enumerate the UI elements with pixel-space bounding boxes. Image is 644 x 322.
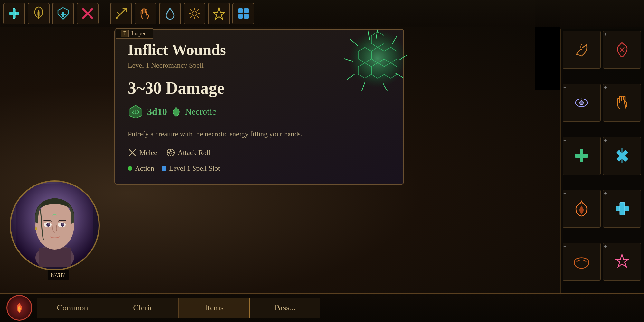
add-btn-6: +: [604, 138, 607, 144]
spell-tooltip-panel: Inflict Wounds Level 1 Necromancy Spell …: [114, 29, 404, 185]
add-btn-3: +: [564, 85, 566, 90]
svg-rect-25: [244, 14, 249, 19]
svg-rect-71: [575, 154, 588, 158]
spell-slot-dot: [162, 166, 166, 171]
character-portrait-area: 87/87: [10, 180, 106, 283]
necrotic-text: Necrotic: [185, 107, 216, 117]
svg-point-62: [48, 223, 50, 225]
spell-name: Inflict Wounds: [128, 41, 391, 59]
items-tab[interactable]: Items: [179, 298, 250, 318]
svg-point-61: [61, 223, 64, 227]
spell-cell-7[interactable]: +: [563, 190, 601, 228]
svg-point-60: [46, 223, 50, 227]
shield-toolbar-icon[interactable]: [52, 3, 74, 24]
add-btn-10: +: [604, 244, 607, 250]
svg-line-17: [190, 9, 192, 11]
svg-point-64: [35, 227, 37, 230]
roll-type-tag: Attack Roll: [166, 148, 211, 157]
spell-cell-1[interactable]: +: [563, 31, 601, 69]
spell-cell-4[interactable]: +: [603, 84, 641, 122]
svg-rect-1: [9, 12, 19, 15]
spell-description: Putrefy a creature with the necrotic ene…: [128, 128, 353, 139]
svg-line-20: [190, 16, 192, 18]
spell-slot-cost: Level 1 Spell Slot: [162, 164, 220, 173]
character-face: [16, 184, 93, 267]
burst-toolbar-icon[interactable]: [184, 3, 205, 24]
inspect-label-text: Inspect: [131, 30, 148, 37]
svg-line-36: [368, 30, 370, 40]
action-label: Action: [135, 164, 154, 173]
svg-line-34: [344, 59, 353, 61]
spell-damage: 3~30 Damage: [128, 79, 391, 98]
character-hp: 87/87: [47, 270, 69, 280]
svg-marker-21: [213, 8, 225, 19]
add-btn-2: +: [604, 32, 607, 37]
items-tab-label: Items: [205, 303, 223, 313]
add-btn-5: +: [564, 138, 566, 144]
spell-cell-8[interactable]: +: [603, 190, 641, 228]
svg-point-11: [116, 17, 118, 19]
feather-toolbar-icon[interactable]: [28, 3, 50, 24]
spell-subtitle: Level 1 Necromancy Spell: [128, 61, 391, 70]
passive-tab[interactable]: Pass...: [250, 298, 320, 318]
attack-roll-icon: [166, 148, 175, 157]
svg-line-28: [392, 36, 397, 44]
svg-rect-23: [244, 8, 249, 13]
spell-resources: Action Level 1 Spell Slot: [128, 164, 391, 173]
svg-line-10: [117, 12, 120, 15]
toolbar: [0, 0, 644, 27]
spell-dice-row: d10 3d10 Necrotic: [128, 104, 391, 119]
spell-cell-10[interactable]: +: [603, 243, 641, 281]
flame-button[interactable]: ⟫: [6, 295, 32, 321]
roll-type-label: Attack Roll: [178, 148, 211, 157]
spell-cell-9[interactable]: +: [563, 243, 601, 281]
svg-line-30: [395, 73, 403, 78]
svg-point-63: [62, 223, 64, 225]
common-tab-label: Common: [57, 303, 88, 313]
svg-point-49: [169, 151, 172, 154]
dice-icon: d10: [128, 104, 143, 119]
svg-text:⟫: ⟫: [18, 306, 21, 311]
spell-cell-2[interactable]: +: [603, 31, 641, 69]
inspect-tooltip: T Inspect: [116, 28, 153, 39]
attack-type-label: Melee: [139, 148, 157, 157]
add-btn-7: +: [564, 191, 566, 196]
grid-toolbar-icon[interactable]: [232, 3, 254, 24]
heal-toolbar-icon[interactable]: [3, 3, 25, 24]
spell-slot-label: Level 1 Spell Slot: [169, 164, 220, 173]
common-tab[interactable]: Common: [37, 298, 108, 318]
svg-rect-24: [238, 14, 243, 19]
svg-line-19: [197, 9, 199, 11]
action-dot: [128, 166, 132, 171]
svg-text:d10: d10: [132, 110, 139, 115]
inspect-key: T: [121, 30, 129, 37]
svg-rect-22: [238, 8, 243, 13]
spell-cell-6[interactable]: +: [603, 137, 641, 175]
spell-cell-3[interactable]: +: [563, 84, 601, 122]
svg-point-12: [192, 11, 197, 16]
action-cost: Action: [128, 164, 154, 173]
necrotic-icon: [171, 107, 181, 117]
spell-cell-5[interactable]: +: [563, 137, 601, 175]
portrait-frame: [10, 180, 100, 270]
svg-rect-76: [616, 206, 629, 211]
passive-tab-label: Pass...: [274, 303, 296, 313]
svg-line-18: [197, 16, 199, 18]
sword-cross-toolbar-icon[interactable]: [110, 3, 132, 24]
add-btn-9: +: [564, 244, 566, 250]
attack-type-tag: Melee: [128, 148, 157, 157]
svg-rect-7: [61, 14, 66, 15]
add-btn-4: +: [604, 85, 607, 90]
close-toolbar-icon[interactable]: [77, 3, 99, 24]
cleric-tab-label: Cleric: [133, 303, 154, 313]
svg-line-27: [376, 30, 378, 39]
rays-toolbar-icon[interactable]: [208, 3, 230, 24]
cleric-tab[interactable]: Cleric: [108, 298, 179, 318]
drop-toolbar-icon[interactable]: [159, 3, 181, 24]
add-btn-8: +: [604, 191, 607, 196]
melee-icon: [128, 148, 137, 157]
bottom-bar: ⟫ Common Cleric Items Pass...: [0, 293, 644, 322]
svg-rect-56: [39, 248, 71, 267]
hand-toolbar-icon[interactable]: [135, 3, 156, 24]
spell-tags: Melee Attack Roll: [128, 148, 391, 157]
